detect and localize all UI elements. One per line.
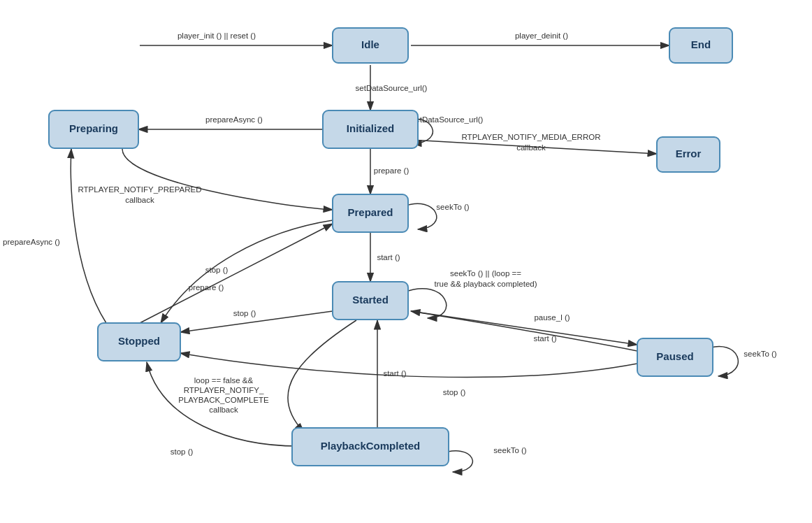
state-paused-label: Paused (656, 350, 693, 362)
label-started-playback-1: loop == false && (194, 376, 254, 385)
label-prepared-started: start () (377, 253, 400, 262)
state-preparing-label: Preparing (69, 122, 118, 134)
transition-prepared-self (404, 203, 437, 229)
state-stopped-label: Stopped (118, 335, 160, 347)
state-initialized-label: Initialized (347, 122, 394, 134)
label-idle-initialized: setDataSource_url() (356, 84, 428, 92)
state-idle-label: Idle (361, 38, 379, 50)
label-started-self-1: seekTo () || (loop == (450, 269, 521, 278)
transition-stopped-preparing (71, 149, 106, 323)
label-started-playback-2: RTPLAYER_NOTIFY_ (184, 386, 264, 394)
state-end-label: End (691, 38, 711, 50)
label-preparing-prepared-2: callback (125, 196, 154, 204)
label-paused-self: seekTo () (744, 350, 776, 358)
label-initialized-prepared: prepare () (374, 166, 409, 175)
label-started-stopped: stop () (233, 309, 256, 317)
transition-playback-stopped (147, 362, 305, 446)
label-idle-end: player_deinit () (515, 31, 568, 40)
state-playback-completed-label: PlaybackCompleted (321, 440, 421, 452)
label-paused-stopped: stop () (443, 388, 466, 396)
transition-started-paused (411, 311, 637, 345)
label-initialized-self: setDataSource_url() (412, 115, 484, 124)
label-stopped-prepared: prepare () (189, 283, 224, 292)
label-prepared-stopped: stop () (205, 266, 229, 274)
label-preparing-prepared-1: RTPLAYER_NOTIFY_PREPARED (78, 185, 201, 194)
label-initialized-error-2: callback (516, 143, 546, 152)
label-paused-started: start () (533, 334, 556, 343)
label-started-playback-3: PLAYBACK_COMPLETE (178, 396, 269, 404)
label-playback-self: seekTo () (493, 446, 526, 454)
label-started-self-2: true && playback completed) (434, 280, 537, 288)
label-started-paused: pause_l () (534, 313, 570, 322)
transition-prepared-stopped (161, 220, 333, 323)
label-entry-idle: player_init () || reset () (177, 31, 256, 40)
label-stopped-preparing: prepareAsync () (3, 238, 60, 246)
transition-started-stopped (180, 311, 333, 332)
transition-paused-stopped (180, 353, 637, 377)
label-started-playback-4: callback (209, 406, 238, 414)
label-initialized-preparing: prepareAsync () (205, 115, 263, 124)
label-prepared-self: seekTo () (436, 203, 469, 211)
label-playback-started: start () (383, 369, 406, 378)
state-prepared-label: Prepared (347, 206, 393, 218)
transition-stopped-prepared (140, 224, 333, 323)
state-error-label: Error (676, 148, 702, 159)
state-started-label: Started (352, 294, 389, 306)
state-diagram: player_init () || reset () player_deinit… (0, 0, 812, 523)
label-initialized-error-1: RTPLAYER_NOTIFY_MEDIA_ERROR (462, 133, 601, 141)
transition-started-playback (288, 320, 356, 432)
label-playback-stopped: stop () (171, 447, 194, 456)
transition-paused-started (411, 311, 637, 351)
